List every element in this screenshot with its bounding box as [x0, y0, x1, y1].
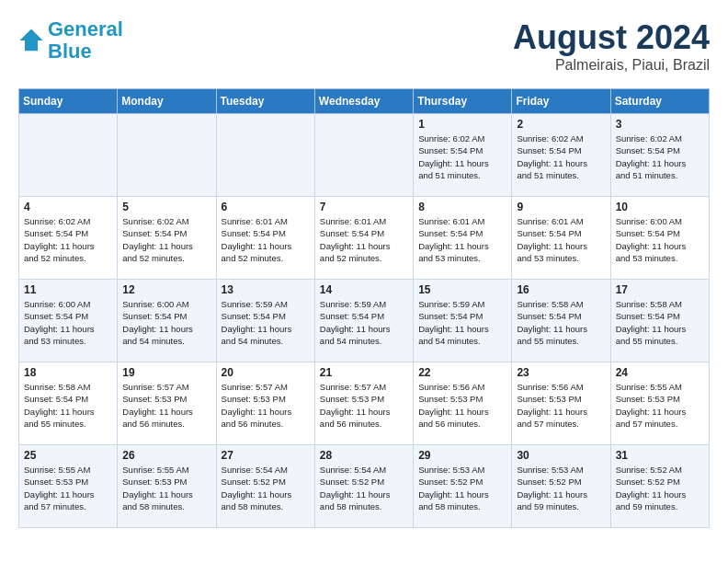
- calendar-cell: [118, 114, 216, 197]
- day-info: Sunrise: 6:02 AM Sunset: 5:54 PM Dayligh…: [24, 215, 112, 264]
- day-info: Sunrise: 5:56 AM Sunset: 5:53 PM Dayligh…: [517, 381, 605, 430]
- calendar-cell: 16Sunrise: 5:58 AM Sunset: 5:54 PM Dayli…: [512, 280, 610, 362]
- logo-blue: Blue: [48, 40, 92, 63]
- svg-marker-0: [19, 29, 42, 52]
- day-info: Sunrise: 6:00 AM Sunset: 5:54 PM Dayligh…: [24, 298, 112, 347]
- logo-general: General: [48, 17, 123, 40]
- day-header-saturday: Saturday: [610, 89, 709, 114]
- day-number: 10: [616, 201, 704, 213]
- week-row-1: 1Sunrise: 6:02 AM Sunset: 5:54 PM Daylig…: [19, 114, 710, 197]
- calendar-cell: 9Sunrise: 6:01 AM Sunset: 5:54 PM Daylig…: [512, 197, 610, 280]
- day-number: 4: [24, 201, 112, 213]
- calendar-cell: 3Sunrise: 6:02 AM Sunset: 5:54 PM Daylig…: [610, 114, 709, 197]
- calendar-cell: 19Sunrise: 5:57 AM Sunset: 5:53 PM Dayli…: [118, 362, 216, 445]
- calendar-cell: 26Sunrise: 5:55 AM Sunset: 5:53 PM Dayli…: [118, 445, 216, 528]
- day-number: 17: [616, 283, 704, 296]
- calendar-cell: 8Sunrise: 6:01 AM Sunset: 5:54 PM Daylig…: [414, 197, 512, 280]
- day-info: Sunrise: 5:55 AM Sunset: 5:53 PM Dayligh…: [122, 464, 210, 512]
- day-number: 15: [418, 283, 506, 296]
- day-number: 11: [24, 283, 112, 296]
- calendar-cell: 28Sunrise: 5:54 AM Sunset: 5:52 PM Dayli…: [314, 445, 413, 528]
- day-number: 14: [320, 283, 408, 296]
- day-info: Sunrise: 5:54 AM Sunset: 5:52 PM Dayligh…: [222, 464, 310, 512]
- week-row-3: 11Sunrise: 6:00 AM Sunset: 5:54 PM Dayli…: [19, 280, 710, 362]
- day-number: 31: [616, 449, 704, 462]
- day-info: Sunrise: 6:01 AM Sunset: 5:54 PM Dayligh…: [517, 215, 605, 264]
- day-number: 16: [517, 283, 605, 296]
- day-info: Sunrise: 5:59 AM Sunset: 5:54 PM Dayligh…: [222, 298, 310, 347]
- day-info: Sunrise: 6:01 AM Sunset: 5:54 PM Dayligh…: [418, 215, 506, 264]
- day-number: 8: [418, 201, 506, 213]
- calendar-cell: 12Sunrise: 6:00 AM Sunset: 5:54 PM Dayli…: [118, 280, 216, 362]
- day-header-thursday: Thursday: [414, 89, 512, 114]
- calendar-cell: 14Sunrise: 5:59 AM Sunset: 5:54 PM Dayli…: [314, 280, 413, 362]
- day-info: Sunrise: 5:58 AM Sunset: 5:54 PM Dayligh…: [517, 298, 605, 347]
- day-info: Sunrise: 5:53 AM Sunset: 5:52 PM Dayligh…: [517, 464, 605, 512]
- month-title: August 2024: [513, 18, 710, 57]
- day-header-tuesday: Tuesday: [216, 89, 314, 114]
- day-number: 12: [122, 283, 210, 296]
- calendar-cell: [314, 114, 413, 197]
- title-block: August 2024 Palmeirais, Piaui, Brazil: [513, 18, 710, 74]
- day-number: 26: [122, 449, 210, 462]
- day-info: Sunrise: 6:00 AM Sunset: 5:54 PM Dayligh…: [122, 298, 210, 347]
- day-info: Sunrise: 5:57 AM Sunset: 5:53 PM Dayligh…: [320, 381, 408, 430]
- day-number: 24: [616, 366, 704, 379]
- calendar-cell: [216, 114, 314, 197]
- logo: General Blue: [18, 18, 123, 63]
- logo-text: General Blue: [48, 18, 123, 63]
- day-info: Sunrise: 5:57 AM Sunset: 5:53 PM Dayligh…: [222, 381, 310, 430]
- day-info: Sunrise: 5:57 AM Sunset: 5:53 PM Dayligh…: [122, 381, 210, 430]
- day-number: 23: [517, 366, 605, 379]
- day-number: 5: [122, 201, 210, 213]
- calendar-cell: 20Sunrise: 5:57 AM Sunset: 5:53 PM Dayli…: [216, 362, 314, 445]
- calendar-cell: 10Sunrise: 6:00 AM Sunset: 5:54 PM Dayli…: [610, 197, 709, 280]
- calendar-cell: 30Sunrise: 5:53 AM Sunset: 5:52 PM Dayli…: [512, 445, 610, 528]
- day-info: Sunrise: 6:02 AM Sunset: 5:54 PM Dayligh…: [517, 132, 605, 181]
- calendar-cell: [19, 114, 118, 197]
- day-info: Sunrise: 5:53 AM Sunset: 5:52 PM Dayligh…: [418, 464, 506, 512]
- calendar-cell: 6Sunrise: 6:01 AM Sunset: 5:54 PM Daylig…: [216, 197, 314, 280]
- calendar-cell: 5Sunrise: 6:02 AM Sunset: 5:54 PM Daylig…: [118, 197, 216, 280]
- day-info: Sunrise: 6:01 AM Sunset: 5:54 PM Dayligh…: [320, 215, 408, 264]
- calendar-cell: 1Sunrise: 6:02 AM Sunset: 5:54 PM Daylig…: [414, 114, 512, 197]
- calendar-cell: 24Sunrise: 5:55 AM Sunset: 5:53 PM Dayli…: [610, 362, 709, 445]
- day-number: 20: [222, 366, 310, 379]
- day-header-friday: Friday: [512, 89, 610, 114]
- day-number: 27: [222, 449, 310, 462]
- day-info: Sunrise: 6:02 AM Sunset: 5:54 PM Dayligh…: [418, 132, 506, 181]
- day-number: 28: [320, 449, 408, 462]
- day-info: Sunrise: 5:56 AM Sunset: 5:53 PM Dayligh…: [418, 381, 506, 430]
- calendar-table: SundayMondayTuesdayWednesdayThursdayFrid…: [18, 88, 710, 528]
- day-info: Sunrise: 5:58 AM Sunset: 5:54 PM Dayligh…: [616, 298, 704, 347]
- calendar-cell: 23Sunrise: 5:56 AM Sunset: 5:53 PM Dayli…: [512, 362, 610, 445]
- day-number: 2: [517, 118, 605, 131]
- day-info: Sunrise: 5:59 AM Sunset: 5:54 PM Dayligh…: [418, 298, 506, 347]
- day-number: 18: [24, 366, 112, 379]
- calendar-cell: 13Sunrise: 5:59 AM Sunset: 5:54 PM Dayli…: [216, 280, 314, 362]
- day-info: Sunrise: 6:02 AM Sunset: 5:54 PM Dayligh…: [616, 132, 704, 181]
- location-subtitle: Palmeirais, Piaui, Brazil: [513, 57, 710, 74]
- day-info: Sunrise: 5:55 AM Sunset: 5:53 PM Dayligh…: [24, 464, 112, 512]
- day-number: 13: [222, 283, 310, 296]
- day-number: 7: [320, 201, 408, 213]
- day-info: Sunrise: 5:55 AM Sunset: 5:53 PM Dayligh…: [616, 381, 704, 430]
- calendar-cell: 18Sunrise: 5:58 AM Sunset: 5:54 PM Dayli…: [19, 362, 118, 445]
- day-number: 3: [616, 118, 704, 131]
- calendar-cell: 2Sunrise: 6:02 AM Sunset: 5:54 PM Daylig…: [512, 114, 610, 197]
- week-row-2: 4Sunrise: 6:02 AM Sunset: 5:54 PM Daylig…: [19, 197, 710, 280]
- day-number: 6: [222, 201, 310, 213]
- day-info: Sunrise: 6:02 AM Sunset: 5:54 PM Dayligh…: [122, 215, 210, 264]
- day-header-monday: Monday: [118, 89, 216, 114]
- calendar-cell: 21Sunrise: 5:57 AM Sunset: 5:53 PM Dayli…: [314, 362, 413, 445]
- calendar-cell: 15Sunrise: 5:59 AM Sunset: 5:54 PM Dayli…: [414, 280, 512, 362]
- week-row-4: 18Sunrise: 5:58 AM Sunset: 5:54 PM Dayli…: [19, 362, 710, 445]
- day-number: 25: [24, 449, 112, 462]
- calendar-cell: 4Sunrise: 6:02 AM Sunset: 5:54 PM Daylig…: [19, 197, 118, 280]
- day-info: Sunrise: 6:01 AM Sunset: 5:54 PM Dayligh…: [222, 215, 310, 264]
- day-number: 1: [418, 118, 506, 131]
- day-info: Sunrise: 5:54 AM Sunset: 5:52 PM Dayligh…: [320, 464, 408, 512]
- logo-icon: [18, 28, 44, 53]
- calendar-cell: 29Sunrise: 5:53 AM Sunset: 5:52 PM Dayli…: [414, 445, 512, 528]
- page-header: General Blue August 2024 Palmeirais, Pia…: [18, 18, 710, 74]
